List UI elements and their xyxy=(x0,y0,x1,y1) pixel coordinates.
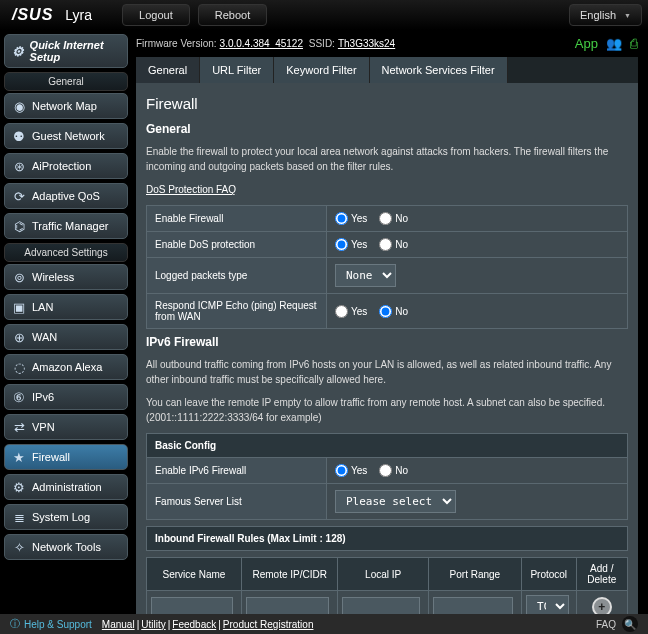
sidebar-item-label: AiProtection xyxy=(32,160,91,172)
sidebar-icon: ★ xyxy=(11,449,27,465)
col-add-delete: Add / Delete xyxy=(576,558,627,591)
help-support-label: Help & Support xyxy=(24,619,92,630)
feedback-link[interactable]: Feedback xyxy=(172,619,216,630)
sidebar-item-label: VPN xyxy=(32,421,55,433)
sidebar-item-traffic-manager[interactable]: ⌬Traffic Manager xyxy=(4,213,128,239)
sidebar-item-network-map[interactable]: ◉Network Map xyxy=(4,93,128,119)
logout-button[interactable]: Logout xyxy=(122,4,190,26)
sidebar-item-wan[interactable]: ⊕WAN xyxy=(4,324,128,350)
manual-link[interactable]: Manual xyxy=(102,619,135,630)
sidebar-general-header: General xyxy=(4,72,128,91)
section-ipv6-title: IPv6 Firewall xyxy=(146,335,628,349)
sidebar-item-label: Firewall xyxy=(32,451,70,463)
sidebar-item-label: Administration xyxy=(32,481,102,493)
users-icon[interactable]: 👥 xyxy=(606,36,622,51)
col-service-name: Service Name xyxy=(147,558,242,591)
quick-internet-setup[interactable]: ⚙ Quick Internet Setup xyxy=(4,34,128,68)
sidebar-icon: ◌ xyxy=(11,359,27,375)
service-name-input[interactable] xyxy=(151,597,233,614)
sidebar-icon: ◉ xyxy=(11,98,27,114)
sidebar-item-label: WAN xyxy=(32,331,57,343)
sidebar-item-adaptive-qos[interactable]: ⟳Adaptive QoS xyxy=(4,183,128,209)
tab-general[interactable]: General xyxy=(136,57,200,83)
icmp-radio[interactable]: Yes No xyxy=(335,305,619,318)
inbound-rules-header: Inbound Firewall Rules (Max Limit : 128) xyxy=(147,527,628,551)
brand-logo: /SUS xyxy=(6,6,59,24)
sidebar-item-label: Network Tools xyxy=(32,541,101,553)
sidebar-item-label: Quick Internet Setup xyxy=(30,39,121,63)
col-remote-ip: Remote IP/CIDR xyxy=(241,558,338,591)
sidebar-item-amazon-alexa[interactable]: ◌Amazon Alexa xyxy=(4,354,128,380)
col-local-ip: Local IP xyxy=(338,558,428,591)
sidebar-item-label: Adaptive QoS xyxy=(32,190,100,202)
sidebar-item-system-log[interactable]: ≣System Log xyxy=(4,504,128,530)
firmware-label: Firmware Version: xyxy=(136,38,217,49)
local-ip-input[interactable] xyxy=(342,597,419,614)
faq-label: FAQ xyxy=(596,619,616,630)
general-description: Enable the firewall to protect your loca… xyxy=(146,144,628,174)
sidebar-icon: ⊛ xyxy=(11,158,27,174)
sidebar-item-vpn[interactable]: ⇄VPN xyxy=(4,414,128,440)
sidebar-item-network-tools[interactable]: ✧Network Tools xyxy=(4,534,128,560)
sidebar-item-wireless[interactable]: ⊚Wireless xyxy=(4,264,128,290)
tabs: GeneralURL FilterKeyword FilterNetwork S… xyxy=(136,57,638,83)
sidebar-icon: ⊚ xyxy=(11,269,27,285)
sidebar-item-label: Network Map xyxy=(32,100,97,112)
section-general-title: General xyxy=(146,122,628,136)
sidebar-item-label: Amazon Alexa xyxy=(32,361,102,373)
row-famous-label: Famous Server List xyxy=(147,484,327,520)
search-icon[interactable]: 🔍 xyxy=(622,616,638,632)
port-range-input[interactable] xyxy=(433,597,513,614)
enable-ipv6-radio[interactable]: Yes No xyxy=(335,464,619,477)
sidebar-icon: ⚙ xyxy=(11,479,27,495)
enable-dos-radio[interactable]: Yes No xyxy=(335,238,619,251)
enable-firewall-radio[interactable]: Yes No xyxy=(335,212,619,225)
utility-link[interactable]: Utility xyxy=(141,619,165,630)
logged-packets-select[interactable]: None xyxy=(335,264,396,287)
sidebar: ⚙ Quick Internet Setup General ◉Network … xyxy=(0,30,132,614)
row-enable-dos-label: Enable DoS protection xyxy=(147,232,327,258)
status-icon[interactable]: ⎙ xyxy=(630,36,638,51)
language-dropdown[interactable]: English xyxy=(569,4,642,26)
sidebar-item-label: Traffic Manager xyxy=(32,220,108,232)
product-registration-link[interactable]: Product Registration xyxy=(223,619,314,630)
sidebar-item-label: IPv6 xyxy=(32,391,54,403)
sidebar-advanced-header: Advanced Settings xyxy=(4,243,128,262)
tab-url-filter[interactable]: URL Filter xyxy=(200,57,274,83)
col-port-range: Port Range xyxy=(428,558,521,591)
tab-network-services-filter[interactable]: Network Services Filter xyxy=(370,57,508,83)
sidebar-item-label: System Log xyxy=(32,511,90,523)
page-title: Firewall xyxy=(146,95,628,112)
model-name: Lyra xyxy=(65,7,92,23)
sidebar-icon: ⚉ xyxy=(11,128,27,144)
sidebar-item-guest-network[interactable]: ⚉Guest Network xyxy=(4,123,128,149)
sidebar-icon: ⑥ xyxy=(11,389,27,405)
app-link[interactable]: App xyxy=(575,36,598,51)
sidebar-item-ipv6[interactable]: ⑥IPv6 xyxy=(4,384,128,410)
sidebar-icon: ⊕ xyxy=(11,329,27,345)
ssid-link[interactable]: Th3G33ks24 xyxy=(338,38,395,49)
tab-keyword-filter[interactable]: Keyword Filter xyxy=(274,57,369,83)
remote-ip-input[interactable] xyxy=(246,597,329,614)
sidebar-item-aiprotection[interactable]: ⊛AiProtection xyxy=(4,153,128,179)
sidebar-icon: ▣ xyxy=(11,299,27,315)
sidebar-icon: ⇄ xyxy=(11,419,27,435)
ipv6-desc-2: You can leave the remote IP empty to all… xyxy=(146,395,628,425)
add-rule-button[interactable]: + xyxy=(592,597,612,615)
protocol-select[interactable]: TCP xyxy=(526,595,569,614)
reboot-button[interactable]: Reboot xyxy=(198,4,267,26)
sidebar-item-administration[interactable]: ⚙Administration xyxy=(4,474,128,500)
sidebar-item-firewall[interactable]: ★Firewall xyxy=(4,444,128,470)
sidebar-item-label: LAN xyxy=(32,301,53,313)
sidebar-icon: ≣ xyxy=(11,509,27,525)
sidebar-item-label: Wireless xyxy=(32,271,74,283)
gear-icon: ⚙ xyxy=(11,43,25,59)
sidebar-item-lan[interactable]: ▣LAN xyxy=(4,294,128,320)
famous-server-select[interactable]: Please select xyxy=(335,490,456,513)
firmware-version-link[interactable]: 3.0.0.4.384_45122 xyxy=(220,38,303,49)
dos-faq-link[interactable]: DoS Protection FAQ xyxy=(146,184,236,195)
row-logged-label: Logged packets type xyxy=(147,258,327,294)
basic-config-header: Basic Config xyxy=(147,434,628,458)
col-protocol: Protocol xyxy=(521,558,576,591)
ipv6-desc-1: All outbound traffic coming from IPv6 ho… xyxy=(146,357,628,387)
